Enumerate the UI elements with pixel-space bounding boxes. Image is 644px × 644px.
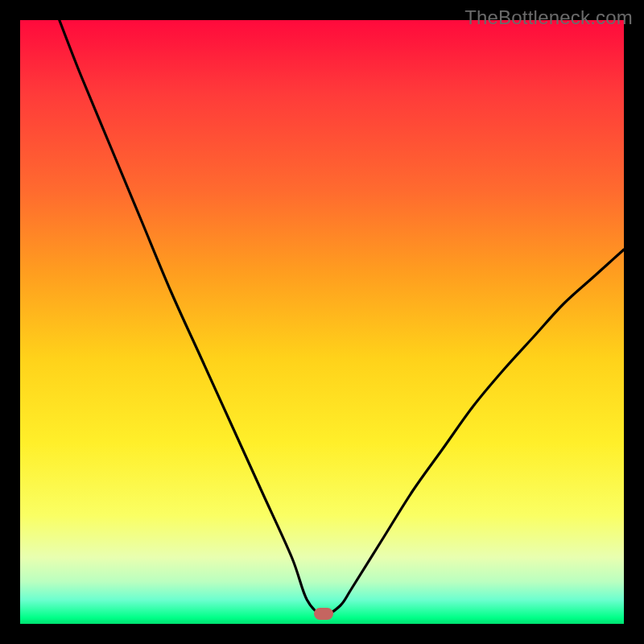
curve-path	[60, 20, 624, 615]
watermark-text: TheBottleneck.com	[464, 6, 633, 29]
optimal-point-marker	[314, 608, 333, 620]
bottleneck-curve	[20, 20, 624, 624]
chart-container: TheBottleneck.com	[0, 0, 644, 644]
